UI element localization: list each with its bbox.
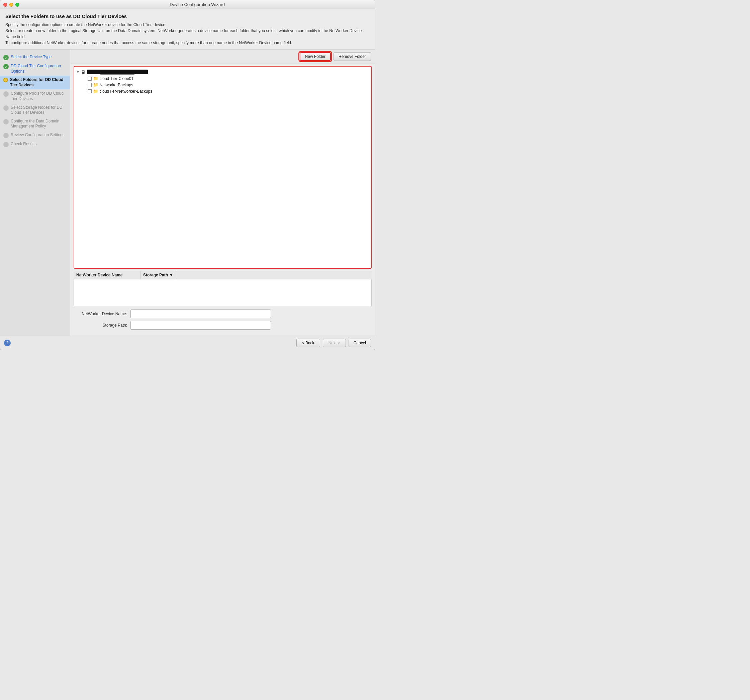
main: Select the Device Type DD Cloud Tier Con… [0, 49, 375, 335]
folder-tree-panel[interactable]: ▼ 🖥 ████████████ 📁 cloud-Tier-Clo [74, 66, 372, 269]
checkbox-cloudtier-networker-backups[interactable] [88, 89, 92, 93]
pending-icon-5 [3, 105, 9, 111]
sidebar-item-select-folders[interactable]: Select Folders for DD Cloud Tier Devices [0, 75, 70, 89]
checkbox-networker-backups[interactable] [88, 83, 92, 87]
maximize-button[interactable] [15, 3, 19, 7]
folder-icon-2: 📁 [93, 82, 98, 87]
check-icon-1 [3, 55, 9, 60]
right-panel: New Folder Remove Folder ▼ 🖥 ███████████… [70, 49, 375, 335]
sidebar-item-configure-pools[interactable]: Configure Pools for DD Cloud Tier Device… [0, 89, 70, 103]
footer-left: ? [4, 340, 11, 346]
col-storage-path: Storage Path ▼ [140, 271, 176, 279]
sidebar-item-dd-cloud-tier[interactable]: DD Cloud Tier Configuration Options [0, 62, 70, 75]
remove-folder-button[interactable]: Remove Folder [334, 52, 371, 61]
toolbar: New Folder Remove Folder [70, 49, 375, 64]
expand-icon-2 [84, 83, 86, 87]
table-header: NetWorker Device Name Storage Path ▼ [74, 271, 372, 279]
titlebar: Device Configuration Wizard [0, 0, 375, 9]
tree-label-3: cloudTier-Networker-Backups [100, 89, 152, 94]
col-device-name: NetWorker Device Name [74, 271, 140, 279]
next-button[interactable]: Next > [323, 338, 346, 347]
expand-icon-1 [84, 77, 86, 80]
description-line-1: Specify the configuration options to cre… [5, 22, 370, 28]
tree-item-cloud-tier-clone01[interactable]: 📁 cloud-Tier-Clone01 [84, 75, 369, 82]
pending-icon-4 [3, 91, 9, 97]
tree-content: ▼ 🖥 ████████████ 📁 cloud-Tier-Clo [74, 66, 371, 96]
tree-label-2: NetworkerBackups [100, 83, 134, 87]
sidebar-item-check-results[interactable]: Check Results [0, 140, 70, 149]
help-label: ? [6, 341, 8, 345]
check-icon-2 [3, 64, 9, 69]
expand-icon-3 [84, 89, 86, 93]
sidebar-item-configure-data-domain[interactable]: Configure the Data Domain Management Pol… [0, 117, 70, 131]
cancel-button[interactable]: Cancel [349, 338, 371, 347]
sidebar-label-8: Check Results [11, 142, 66, 147]
sidebar-label-2: DD Cloud Tier Configuration Options [11, 63, 66, 74]
sidebar-label-7: Review Configuration Settings [11, 132, 66, 138]
window: Device Configuration Wizard Select the F… [0, 0, 375, 350]
pending-icon-8 [3, 142, 9, 147]
tree-root-label: ████████████ [87, 69, 148, 74]
minimize-button[interactable] [9, 3, 13, 7]
active-icon-3 [3, 78, 8, 82]
root-icon: 🖥 [81, 69, 86, 75]
checkbox-cloud-tier-clone01[interactable] [88, 77, 92, 81]
content: Select the Folders to use as DD Cloud Ti… [0, 9, 375, 350]
pending-icon-6 [3, 119, 9, 125]
sidebar-label-3: Select Folders for DD Cloud Tier Devices [10, 77, 66, 88]
sidebar: Select the Device Type DD Cloud Tier Con… [0, 49, 70, 335]
sidebar-label-1: Select the Device Type [11, 55, 66, 60]
help-button[interactable]: ? [4, 340, 11, 346]
bottom-section: NetWorker Device Name Storage Path ▼ Net… [70, 271, 375, 335]
folder-icon-1: 📁 [93, 76, 98, 81]
back-button[interactable]: < Back [297, 338, 320, 347]
new-folder-button[interactable]: New Folder [300, 52, 331, 61]
header: Select the Folders to use as DD Cloud Ti… [0, 9, 375, 49]
form-section: NetWorker Device Name: Storage Path: [74, 306, 372, 335]
traffic-lights [3, 3, 19, 7]
window-title: Device Configuration Wizard [23, 2, 372, 7]
description-line-2: Select or create a new folder in the Log… [5, 28, 370, 40]
form-row-device-name: NetWorker Device Name: [74, 309, 372, 318]
folder-icon-3: 📁 [93, 89, 98, 94]
pending-icon-7 [3, 133, 9, 138]
footer: ? < Back Next > Cancel [0, 335, 375, 350]
expand-icon[interactable]: ▼ [76, 70, 80, 74]
tree-root[interactable]: ▼ 🖥 ████████████ [76, 69, 369, 75]
tree-children: 📁 cloud-Tier-Clone01 📁 NetworkerBackups [84, 75, 369, 94]
storage-path-label: Storage Path [143, 273, 168, 277]
sidebar-item-review-config[interactable]: Review Configuration Settings [0, 131, 70, 140]
sidebar-item-select-device-type[interactable]: Select the Device Type [0, 53, 70, 62]
close-button[interactable] [3, 3, 8, 7]
table-body [74, 279, 372, 306]
form-row-storage-path: Storage Path: [74, 321, 372, 329]
tree-item-networker-backups[interactable]: 📁 NetworkerBackups [84, 82, 369, 88]
device-name-input[interactable] [131, 309, 271, 318]
page-title: Select the Folders to use as DD Cloud Ti… [5, 13, 370, 19]
sidebar-label-6: Configure the Data Domain Management Pol… [11, 119, 66, 129]
device-name-label: NetWorker Device Name: [74, 312, 131, 316]
sidebar-item-select-storage-nodes[interactable]: Select Storage Nodes for DD Cloud Tier D… [0, 103, 70, 117]
sidebar-label-5: Select Storage Nodes for DD Cloud Tier D… [11, 105, 66, 115]
storage-path-label-form: Storage Path: [74, 323, 131, 328]
description-line-3: To configure additional NetWorker device… [5, 40, 370, 46]
tree-label-1: cloud-Tier-Clone01 [100, 76, 134, 81]
sidebar-label-4: Configure Pools for DD Cloud Tier Device… [11, 91, 66, 102]
storage-path-input[interactable] [131, 321, 271, 329]
sort-icon[interactable]: ▼ [169, 273, 173, 277]
tree-item-cloudtier-networker-backups[interactable]: 📁 cloudTier-Networker-Backups [84, 88, 369, 94]
